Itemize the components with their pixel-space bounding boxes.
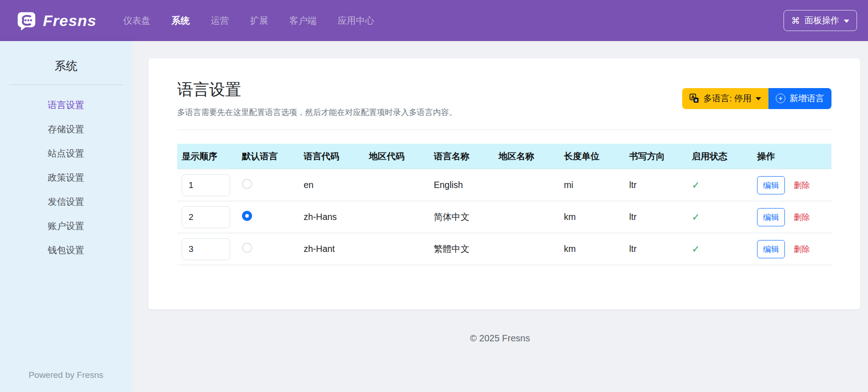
chevron-down-icon [756, 97, 761, 100]
header-divider [177, 130, 831, 130]
copyright: © 2025 Fresns [132, 333, 868, 344]
enabled-check-icon: ✓ [692, 244, 700, 254]
header-buttons: A 多语言: 停用 + 新增语言 [682, 88, 831, 109]
nav-item-system[interactable]: 系统 [172, 15, 190, 27]
sidebar-item-language-settings[interactable]: 语言设置 [0, 93, 132, 117]
delete-link[interactable]: 删除 [794, 181, 810, 190]
page-subtitle: 多语言需要先在这里配置语言选项，然后才能在对应配置项时录入多语言内容。 [177, 107, 457, 118]
language-name-cell: 简体中文 [429, 201, 494, 233]
edit-button[interactable]: 编辑 [757, 240, 785, 258]
top-navbar: Fresns 仪表盘 系统 运营 扩展 客户端 应用中心 ⌘ 面板操作 [0, 0, 868, 41]
chevron-down-icon [844, 20, 849, 23]
sidebar-menu: 语言设置 存储设置 站点设置 政策设置 发信设置 账户设置 钱包设置 [0, 93, 132, 262]
nav-item-dashboard[interactable]: 仪表盘 [123, 15, 151, 27]
col-enabled-status: 启用状态 [687, 144, 752, 169]
col-writing-direction: 书写方向 [625, 144, 687, 169]
brand-name: Fresns [43, 12, 97, 30]
col-length-unit: 长度单位 [559, 144, 625, 169]
order-input[interactable] [182, 206, 230, 228]
direction-cell: ltr [625, 201, 687, 233]
col-display-order: 显示顺序 [177, 144, 237, 169]
table-row: zh-Hans 简体中文 km ltr ✓ 编辑 删除 [177, 201, 831, 233]
title-block: 语言设置 多语言需要先在这里配置语言选项，然后才能在对应配置项时录入多语言内容。 [177, 79, 457, 118]
direction-cell: ltr [625, 233, 687, 265]
col-actions: 操作 [752, 144, 831, 169]
plus-circle-icon: + [776, 94, 785, 103]
delete-link[interactable]: 删除 [794, 245, 810, 254]
add-language-button[interactable]: + 新增语言 [768, 88, 831, 109]
card-header: 语言设置 多语言需要先在这里配置语言选项，然后才能在对应配置项时录入多语言内容。… [177, 79, 831, 118]
translate-icon: A [689, 94, 699, 103]
area-name-cell [494, 201, 559, 233]
delete-link[interactable]: 删除 [794, 213, 810, 222]
length-unit-cell: mi [559, 169, 625, 201]
fresns-logo-icon [16, 10, 37, 31]
main-content: 语言设置 多语言需要先在这里配置语言选项，然后才能在对应配置项时录入多语言内容。… [132, 41, 868, 392]
area-name-cell [494, 233, 559, 265]
default-language-radio[interactable] [242, 179, 252, 189]
language-code-cell: en [299, 169, 364, 201]
sidebar-item-mail-settings[interactable]: 发信设置 [0, 190, 132, 214]
language-code-cell: zh-Hans [299, 201, 364, 233]
order-input[interactable] [182, 238, 230, 260]
default-language-radio[interactable] [242, 211, 252, 221]
table-header: 显示顺序 默认语言 语言代码 地区代码 语言名称 地区名称 长度单位 书写方向 … [177, 144, 831, 169]
languages-table: 显示顺序 默认语言 语言代码 地区代码 语言名称 地区名称 长度单位 书写方向 … [177, 144, 831, 265]
language-name-cell: 繁體中文 [429, 233, 494, 265]
sidebar-item-site-settings[interactable]: 站点设置 [0, 141, 132, 166]
sidebar-item-policy-settings[interactable]: 政策设置 [0, 166, 132, 190]
table-row: zh-Hant 繁體中文 km ltr ✓ 编辑 删除 [177, 233, 831, 265]
col-default-language: 默认语言 [237, 144, 299, 169]
col-language-code: 语言代码 [299, 144, 364, 169]
page-title: 语言设置 [177, 79, 457, 100]
multilang-toggle-label: 多语言: 停用 [703, 93, 752, 105]
order-input[interactable] [182, 174, 230, 196]
sidebar-item-account-settings[interactable]: 账户设置 [0, 214, 132, 238]
nav-item-app-center[interactable]: 应用中心 [338, 15, 374, 27]
edit-button[interactable]: 编辑 [757, 176, 785, 194]
sidebar: 系统 语言设置 存储设置 站点设置 政策设置 发信设置 账户设置 钱包设置 Po… [0, 41, 132, 392]
col-area-code: 地区代码 [364, 144, 429, 169]
language-code-cell: zh-Hant [299, 233, 364, 265]
command-icon: ⌘ [791, 16, 800, 26]
area-code-cell [364, 169, 429, 201]
sidebar-item-storage-settings[interactable]: 存储设置 [0, 117, 132, 141]
direction-cell: ltr [625, 169, 687, 201]
enabled-check-icon: ✓ [692, 212, 700, 222]
enabled-check-icon: ✓ [692, 180, 700, 190]
edit-button[interactable]: 编辑 [757, 208, 785, 226]
panel-actions-label: 面板操作 [805, 15, 839, 26]
nav-item-operations[interactable]: 运营 [211, 15, 229, 27]
nav-item-clients[interactable]: 客户端 [289, 15, 317, 27]
main-nav: 仪表盘 系统 运营 扩展 客户端 应用中心 [123, 15, 374, 27]
table-row: en English mi ltr ✓ 编辑 删除 [177, 169, 831, 201]
default-language-radio[interactable] [242, 243, 252, 253]
area-name-cell [494, 169, 559, 201]
area-code-cell [364, 201, 429, 233]
language-name-cell: English [429, 169, 494, 201]
sidebar-divider [9, 84, 123, 85]
length-unit-cell: km [559, 201, 625, 233]
area-code-cell [364, 233, 429, 265]
length-unit-cell: km [559, 233, 625, 265]
multilang-toggle-button[interactable]: A 多语言: 停用 [682, 88, 768, 109]
language-settings-card: 语言设置 多语言需要先在这里配置语言选项，然后才能在对应配置项时录入多语言内容。… [148, 58, 860, 309]
add-language-label: 新增语言 [789, 93, 824, 105]
sidebar-item-wallet-settings[interactable]: 钱包设置 [0, 238, 132, 262]
col-area-name: 地区名称 [494, 144, 559, 169]
panel-actions-button[interactable]: ⌘ 面板操作 [784, 10, 857, 31]
brand[interactable]: Fresns [16, 10, 97, 31]
nav-item-extensions[interactable]: 扩展 [250, 15, 268, 27]
powered-by: Powered by Fresns [0, 370, 132, 380]
col-language-name: 语言名称 [429, 144, 494, 169]
sidebar-title: 系统 [0, 41, 132, 73]
